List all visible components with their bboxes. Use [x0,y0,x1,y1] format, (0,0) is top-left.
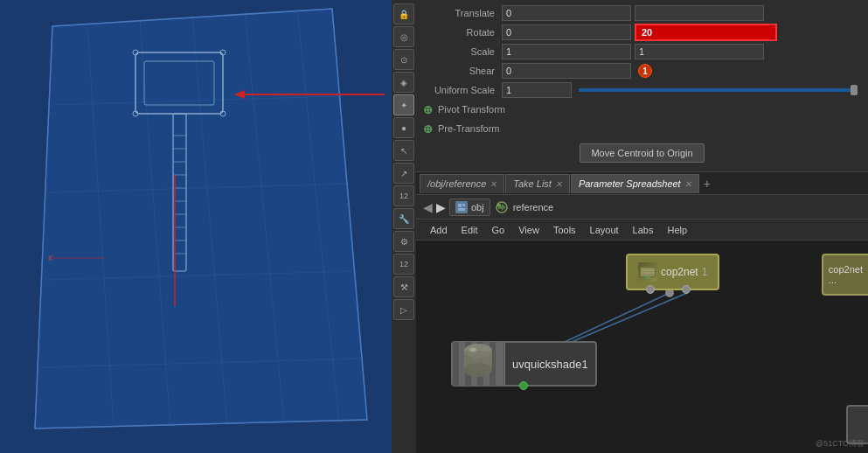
viewport-svg: x [0,0,392,453]
toolbar-12-btn[interactable]: 12 [393,185,414,206]
tab-take-list-close[interactable]: ✕ [555,179,562,189]
menu-edit[interactable]: Edit [455,220,485,240]
shear-row: Shear 1 [416,61,868,80]
uvquickshade1-icon [453,342,505,386]
rotate-values: 20 [502,24,777,41]
toolbar-dot-btn[interactable]: ● [393,117,414,138]
nav-obj-icon [455,201,468,213]
svg-rect-45 [641,268,655,276]
menu-go[interactable]: Go [485,220,512,240]
rotate-label: Rotate [423,27,502,38]
menu-add[interactable]: Add [423,220,455,240]
svg-rect-34 [458,204,462,207]
tab-obj-ref-close[interactable]: ✕ [490,179,496,189]
toolbar-cursor2-btn[interactable]: ↗ [393,163,414,184]
nav-reference-label: reference [513,202,553,213]
toolbar-12b-btn[interactable]: 12 [393,254,414,275]
menu-bar: Add Edit Go View Tools Layout Labs Help [416,220,868,240]
nav-obj-label: obj [471,202,484,213]
cop2net-dot-left [646,285,655,294]
toolbar-star-btn[interactable]: ✦ [393,94,414,115]
pivot-transform-label: Pivot Transform [438,104,505,115]
cop2net-node[interactable]: cop2net 1 [626,254,719,290]
viewport-3d[interactable]: x [0,0,392,453]
move-centroid-button[interactable]: Move Centroid to Origin [580,143,704,163]
toolbar-cursor-btn[interactable]: ↖ [393,140,414,161]
rotate-row: Rotate 20 [416,23,868,42]
uniform-scale-row: Uniform Scale [416,80,868,100]
centroid-btn-row: Move Centroid to Origin [416,138,868,168]
menu-labs[interactable]: Labs [626,220,661,240]
svg-rect-50 [453,342,459,386]
right-panel: Translate Rotate 20 Scale Shear [416,0,868,453]
cop2net-dot-right [682,285,691,294]
toolbar-circle-btn[interactable]: ⊙ [393,49,414,70]
uvquickshade1-green-dot [519,381,528,390]
menu-help[interactable]: Help [660,220,694,240]
pivot-transform-row[interactable]: ⊕ Pivot Transform [416,100,868,119]
uvquickshade1-node[interactable]: uvquickshade1 [451,341,597,387]
shear-input[interactable] [502,63,631,79]
cop2net-icon [638,262,657,282]
toolbar-strip: 🔒 ◎ ⊙ ◈ ✦ ● ↖ ↗ 12 🔧 ⚙ 12 ⚒ ▷ [392,0,416,453]
svg-point-48 [645,276,650,279]
partial-node-right[interactable]: cop2net... [822,254,868,296]
nav-back-arrow[interactable]: ◀ [423,200,433,214]
svg-rect-36 [458,208,465,211]
svg-marker-0 [35,9,367,429]
properties-panel: Translate Rotate 20 Scale Shear [416,0,868,172]
slider-thumb [851,85,858,95]
uniform-scale-input[interactable] [502,82,572,98]
pivot-expand-icon: ⊕ [423,103,433,116]
svg-rect-57 [496,342,503,386]
svg-point-60 [464,363,492,377]
cop2net-suffix: 1 [702,266,708,278]
shear-values: 1 [502,63,652,79]
translate-input[interactable] [502,5,631,21]
uniform-scale-slider[interactable] [579,88,858,92]
rotate-input[interactable] [502,24,631,40]
tab-obj-ref-label: /obj/reference [427,178,486,189]
pre-transform-row[interactable]: ⊕ Pre-Transform [416,119,868,138]
tab-parameter-spreadsheet[interactable]: Parameter Spreadsheet ✕ [571,174,699,193]
toolbar-target-btn[interactable]: ◎ [393,26,414,47]
toolbar-hammer-btn[interactable]: ⚒ [393,276,414,297]
tab-obj-reference[interactable]: /obj/reference ✕ [420,174,504,193]
watermark-text: @51CTO博客 [816,438,865,450]
tab-bar: /obj/reference ✕ Take List ✕ Parameter S… [416,172,868,195]
scale-values [502,44,764,59]
cop2net-label: cop2net [661,266,698,278]
svg-text:x: x [48,253,52,262]
tab-add-button[interactable]: + [704,177,711,191]
menu-view[interactable]: View [511,220,546,240]
toolbar-gear-btn[interactable]: ⚙ [393,231,414,252]
menu-tools[interactable]: Tools [546,220,583,240]
pre-expand-icon: ⊕ [423,122,433,136]
uvquickshade1-label: uvquickshade1 [505,354,595,374]
translate-input2[interactable] [635,5,764,21]
pre-transform-label: Pre-Transform [438,123,500,134]
scale-input2[interactable] [635,44,764,59]
nav-forward-arrow[interactable]: ▶ [436,200,446,214]
svg-rect-35 [462,204,465,206]
navigator-row: ◀ ▶ obj reference [416,195,868,220]
toolbar-wrench-btn[interactable]: 🔧 [393,208,414,229]
rotate-input-highlight[interactable]: 20 [635,24,777,41]
network-editor[interactable]: cop2net 1 [416,240,868,453]
toolbar-pin-btn[interactable]: ◈ [393,72,414,93]
menu-layout[interactable]: Layout [583,220,626,240]
toolbar-lock-btn[interactable]: 🔒 [393,3,414,24]
scale-input[interactable] [502,44,631,59]
nav-reference-node[interactable]: reference [494,200,553,214]
scale-row: Scale [416,42,868,61]
nav-obj-node[interactable]: obj [449,199,490,216]
svg-rect-51 [459,342,465,386]
svg-point-61 [469,348,476,352]
scale-label: Scale [423,46,502,57]
shear-badge: 1 [638,64,652,78]
uniform-scale-control [502,82,861,98]
tab-take-list[interactable]: Take List ✕ [505,174,570,193]
toolbar-tri-btn[interactable]: ▷ [393,299,414,320]
translate-label: Translate [423,8,502,18]
tab-param-spreadsheet-close[interactable]: ✕ [684,179,691,189]
